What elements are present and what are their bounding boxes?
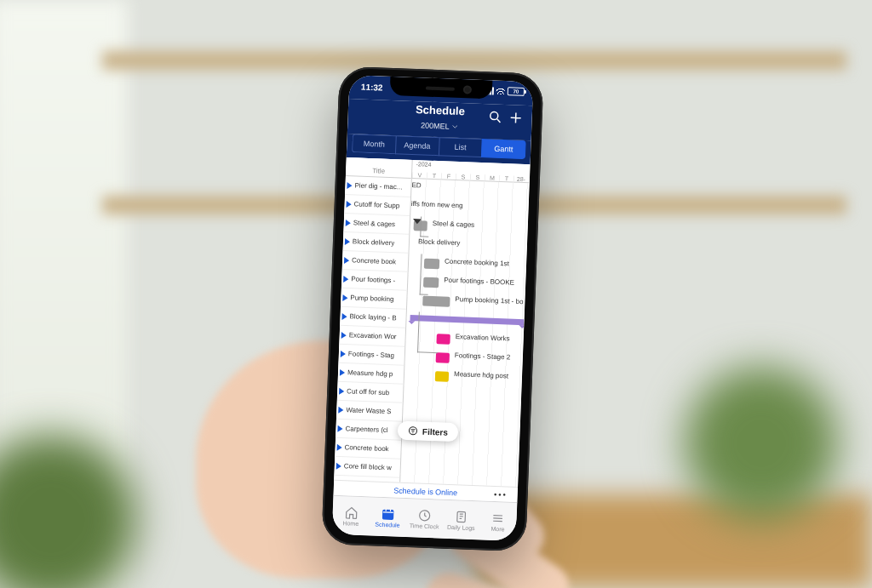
tab-daily-logs[interactable]: Daily Logs [442, 500, 480, 540]
play-icon [338, 406, 343, 413]
dependency-link [420, 254, 430, 294]
task-row[interactable]: Block delivery [343, 232, 410, 254]
play-icon [347, 182, 352, 189]
gantt-chart[interactable]: Title Pier dig - mac... Cutoff for Supp … [334, 157, 530, 487]
task-row[interactable]: Cutoff for Supp [344, 195, 410, 216]
project-selector[interactable]: 200MEL [421, 121, 459, 131]
svg-rect-2 [382, 510, 393, 519]
task-row[interactable]: Concrete book [342, 251, 409, 272]
tab-time-clock[interactable]: Time Clock [405, 499, 444, 539]
online-status: Schedule is Online [393, 486, 457, 497]
task-row[interactable]: Cut off for sub [337, 382, 404, 403]
notch [390, 77, 493, 100]
gantt-bar-label: Block delivery [418, 237, 461, 247]
title-col-header: Title [346, 157, 412, 179]
gantt-bar[interactable] [436, 334, 450, 345]
play-icon [344, 256, 349, 263]
play-icon [345, 237, 350, 244]
play-icon [341, 312, 347, 319]
gantt-bar-label: Excavation Works [456, 333, 510, 342]
play-icon [337, 425, 342, 431]
gantt-bar[interactable] [422, 296, 450, 307]
tab-agenda[interactable]: Agenda [395, 135, 439, 156]
play-icon [341, 350, 346, 357]
task-row[interactable]: Excavation Wor [339, 326, 405, 347]
play-icon [347, 201, 352, 208]
tab-bar: Home Schedule Time Clock Daily Logs More [332, 495, 518, 541]
gantt-bar-label: ED [411, 181, 421, 189]
tab-gantt[interactable]: Gantt [481, 139, 526, 159]
wifi-icon [496, 88, 505, 94]
task-row[interactable]: Steel & cages [343, 214, 410, 235]
gantt-bar-label: Footings - Stage 2 [455, 351, 511, 362]
phone-frame: 11:32 70 Schedule 200MEL [321, 66, 543, 552]
task-row[interactable]: Block laying - B [340, 307, 406, 328]
play-icon [339, 387, 344, 394]
gantt-bar-label: iffs from new eng [411, 200, 463, 209]
search-icon [487, 109, 503, 125]
plus-icon [508, 110, 524, 126]
play-icon [336, 462, 341, 469]
home-icon [344, 505, 359, 520]
task-row[interactable]: Pier dig - mac... [345, 176, 411, 197]
gantt-bar-label: Measure hdg post [454, 370, 508, 380]
svg-point-0 [490, 111, 498, 119]
calendar-icon [381, 506, 395, 521]
gantt-bar-label: Pour footings - BOOKE [444, 276, 514, 286]
add-button[interactable] [508, 110, 524, 126]
task-row[interactable]: Pump booking [341, 288, 407, 310]
tab-more[interactable]: More [479, 501, 517, 541]
play-icon [346, 220, 351, 226]
dependency-link [417, 311, 439, 353]
gantt-bar-label: Concrete booking 1st [445, 258, 509, 268]
status-time: 11:32 [361, 83, 383, 93]
filter-icon [408, 425, 418, 436]
tab-schedule[interactable]: Schedule [369, 497, 407, 537]
hamburger-icon [491, 511, 506, 525]
task-row[interactable]: Carpenters (cl [336, 420, 402, 441]
svg-rect-4 [457, 511, 466, 522]
task-row[interactable]: Pour footings - [341, 270, 408, 291]
play-icon [343, 275, 348, 282]
chevron-down-icon [451, 123, 458, 130]
gantt-bar-label: Steel & cages [433, 220, 475, 229]
filters-button[interactable]: Filters [398, 421, 459, 442]
task-row[interactable]: Water Waste S [336, 401, 403, 422]
app-header: Schedule 200MEL [347, 99, 532, 140]
gantt-bar[interactable] [435, 371, 449, 382]
task-row[interactable]: Footings - Stag [338, 345, 404, 366]
tab-home[interactable]: Home [332, 496, 370, 536]
play-icon [342, 294, 347, 300]
task-row[interactable]: Core fill block w [334, 457, 400, 478]
clock-icon [417, 508, 432, 522]
more-options-button[interactable]: ••• [494, 489, 508, 499]
dependency-link [420, 216, 429, 237]
tab-month[interactable]: Month [352, 134, 396, 154]
play-icon [337, 443, 342, 450]
battery-icon: 70 [508, 87, 525, 96]
task-row[interactable]: Measure hdg p [338, 363, 404, 385]
task-row[interactable]: Concrete book [335, 438, 401, 460]
notebook-icon [455, 510, 469, 524]
tab-list[interactable]: List [438, 137, 482, 157]
gantt-bar-label: Pump booking 1st - bo [455, 295, 523, 305]
play-icon [341, 331, 347, 338]
gantt-bar[interactable] [436, 352, 450, 363]
search-button[interactable] [487, 109, 503, 125]
play-icon [340, 368, 345, 375]
